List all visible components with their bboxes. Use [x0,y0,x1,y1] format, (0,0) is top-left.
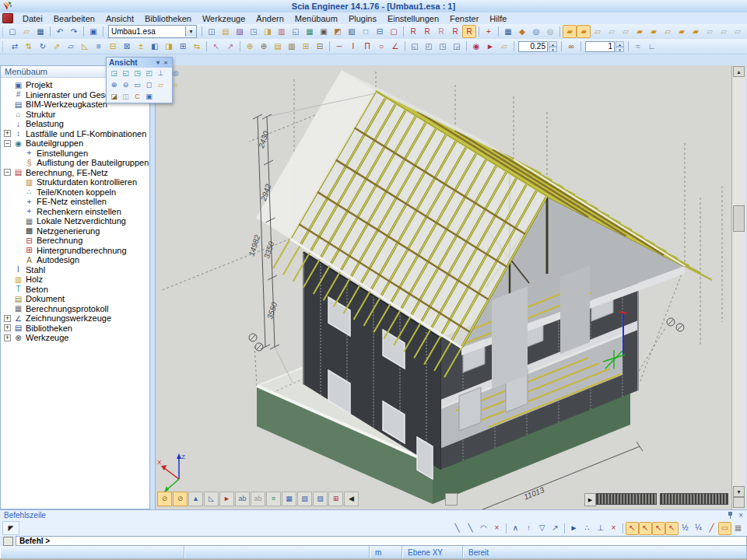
paper-setup-icon[interactable]: □ [359,25,373,38]
menu-hilfe[interactable]: Hilfe [484,14,512,23]
external-doc-icon[interactable]: ▢ [387,25,401,38]
half-left-icon[interactable]: ◧ [148,40,162,53]
copy-multi-icon[interactable]: ⊕ [257,40,271,53]
window-4-icon[interactable]: ▱ [605,25,619,38]
project-settings-icon[interactable]: ◫ [205,25,219,38]
zoom-in-icon[interactable]: ⊕ [108,79,120,91]
menu-werkzeuge[interactable]: Werkzeuge [197,14,251,23]
palette-menu-icon[interactable]: ▾ [154,59,162,66]
view-scroll-left-icon[interactable]: ◀ [344,492,359,506]
count-value-field[interactable]: 1 [585,41,615,52]
count-value[interactable]: 1▴▾ [585,40,624,52]
tree-item-tools[interactable]: +⊗Werkzeuge [1,333,149,343]
palette-close-icon[interactable]: × [162,59,170,66]
image-export-icon[interactable]: ▧ [345,25,359,38]
count-value-up-icon[interactable]: ▴ [615,41,624,47]
window-7-icon[interactable]: ▰ [647,25,661,38]
select-poly-icon[interactable]: ↗ [223,40,237,53]
layers-icon[interactable]: ▤ [219,25,233,38]
snap-tangent-icon[interactable]: ↗ [549,522,562,535]
project-window-icon[interactable]: ▣ [86,25,100,38]
tree-item-document[interactable]: ▤Dokument [1,294,149,304]
window-9-icon[interactable]: ▰ [675,25,689,38]
scroll-up-icon[interactable]: ▲ [733,66,745,77]
cursor-snap-icon[interactable]: ► [567,522,580,535]
snap-edge-4-icon[interactable]: ↖ [665,522,679,535]
tree-item-background-calculation[interactable]: ⊞Hintergrundberechnung [1,246,149,256]
binoculars-icon[interactable]: ◎ [529,25,543,38]
grid-lines-icon[interactable]: ⊥ [594,522,607,535]
fly-through-icon[interactable]: ► [483,40,497,53]
marker-flag-icon[interactable]: ► [219,492,234,506]
paperspace-icon[interactable]: ▥ [275,25,289,38]
document-icon[interactable]: ◱ [289,25,303,38]
tree-item-calculation-fe-mesh[interactable]: −▤Berechnung, FE-Netz [1,168,149,178]
axo-marker-icon[interactable]: ▲ [188,492,203,506]
draw-line-icon[interactable]: ─ [332,40,346,53]
snap-diagonal-icon[interactable]: ╱ [705,522,718,535]
clip-planes-icon[interactable]: ⊘ [173,492,188,506]
print-preview-icon[interactable]: ◩ [331,25,345,38]
zoom-selection-icon[interactable]: ◎ [170,68,181,79]
window-3-icon[interactable]: ▱ [591,25,605,38]
snap-line-icon[interactable]: ╲ [451,522,464,535]
window-grid-icon[interactable]: ▦ [282,492,296,506]
horizontal-scrollbar-rib-1[interactable] [596,493,657,505]
snap-vertex-icon[interactable]: ∧ [509,522,522,535]
enlarge-icon[interactable]: ± [134,40,148,53]
align-icon[interactable]: ≡ [92,40,106,53]
snap-parallel-icon[interactable]: ╲ [464,522,477,535]
cursor-mode-icon[interactable]: ◤ [2,521,19,535]
command-input[interactable]: Befehl > [16,536,747,546]
window-6-icon[interactable]: ▰ [633,25,647,38]
tree-item-mesh-setup[interactable]: +FE-Netz einstellen [1,197,149,207]
close-icon[interactable]: × [738,512,743,520]
result-flag-icon[interactable]: ◆ [515,25,529,38]
window-8-icon[interactable]: ▱ [661,25,675,38]
tree-item-libraries[interactable]: +▤Bibliotheken [1,324,149,334]
redo-icon[interactable]: ↷ [67,25,81,38]
level-ruler-icon[interactable]: ∟ [645,40,659,53]
clip-model-icon[interactable]: ⊘ [157,492,172,506]
expand-box[interactable]: + [4,334,11,341]
subtract-icon[interactable]: ⊟ [106,40,120,53]
copy-props-icon[interactable]: ▤ [271,40,285,53]
tree-item-load[interactable]: ↓Belastung [1,119,149,129]
half-right-icon[interactable]: ◨ [162,40,176,53]
combo-arrow-icon[interactable]: ▼ [185,26,196,37]
tree-item-autodesign[interactable]: AAutodesign [1,255,149,265]
tree-item-group-listing[interactable]: §Auflistung der Bauteilgruppen [1,158,149,168]
new-file-icon[interactable]: ▢ [5,25,19,38]
regenerate-icon[interactable]: C [132,91,143,103]
window-11-icon[interactable]: ▱ [703,25,717,38]
window-10-icon[interactable]: ▰ [689,25,703,38]
tree-item-steel[interactable]: IStahl [1,265,149,275]
scale-value[interactable]: 0.25▴▾ [518,40,557,52]
horizontal-scrollbar-thumb[interactable] [445,493,458,506]
merge-icon[interactable]: ⊞ [299,40,313,53]
paste-2-icon[interactable]: ◰ [422,40,436,53]
grid-points-icon[interactable]: ∴ [580,522,594,535]
tree-item-calculation[interactable]: ⊟Berechnung [1,236,149,246]
menu-ansicht[interactable]: Ansicht [100,14,139,23]
menu-einstellungen[interactable]: Einstellungen [382,14,444,23]
keyboard-icon[interactable] [3,537,13,546]
window-red-icon[interactable]: ⊞ [328,492,343,506]
light-toggle-icon[interactable]: ☼ [170,79,181,91]
view-side-icon[interactable]: ◳ [132,68,143,79]
tie-members-icon[interactable]: ∞ [564,40,578,53]
array-icon[interactable]: ⊞ [176,40,190,53]
grid-snap-icon[interactable]: ▦ [731,522,745,535]
collapse-box[interactable]: − [4,169,11,176]
tree-item-timber[interactable]: ▥Holz [1,275,149,285]
window-12-icon[interactable]: ▱ [717,25,731,38]
tree-item-settings-nodes[interactable]: +Einstellungen [1,149,149,159]
view-top-icon[interactable]: ◲ [108,68,120,79]
gallery-icon[interactable]: ◨ [261,25,275,38]
window-2-icon[interactable]: ▰ [577,25,591,38]
crosshair-icon[interactable]: + [482,25,496,38]
ortho-mode-icon[interactable]: ▭ [718,522,731,535]
view-front-icon[interactable]: ◱ [120,68,132,79]
document-icon[interactable] [2,13,13,23]
snap-clear-icon[interactable]: × [607,522,620,535]
